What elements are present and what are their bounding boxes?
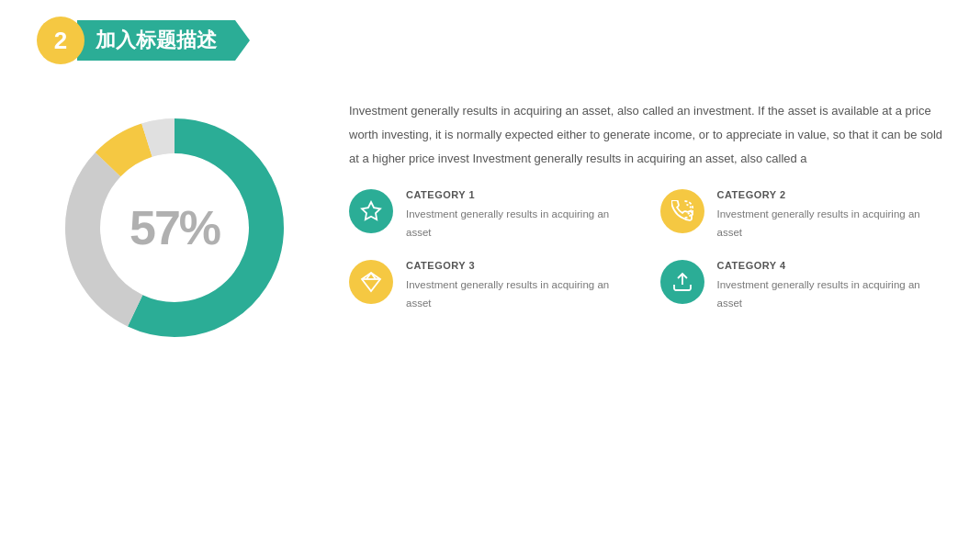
category-2-content: CATEGORY 2 Investment generally results …: [717, 189, 944, 242]
svg-marker-6: [362, 202, 380, 219]
category-item-4: CATEGORY 4 Investment generally results …: [660, 260, 944, 312]
diamond-icon: [360, 271, 382, 293]
category-3-title: CATEGORY 3: [406, 260, 633, 271]
category-3-icon: [349, 260, 393, 304]
category-1-desc: Investment generally results in acquirin…: [406, 206, 633, 242]
category-1-content: CATEGORY 1 Investment generally results …: [406, 189, 633, 242]
right-section: Investment generally results in acquirin…: [349, 90, 943, 312]
description-text: Investment generally results in acquirin…: [349, 90, 943, 171]
title-background: 加入标题描述: [77, 20, 250, 61]
title-arrow-container: 加入标题描述: [77, 20, 250, 61]
category-2-icon: [660, 189, 704, 233]
donut-center-label: 57%: [130, 200, 220, 255]
category-4-title: CATEGORY 4: [717, 260, 944, 271]
chart-section: 57%: [37, 90, 312, 347]
category-2-desc: Investment generally results in acquirin…: [717, 206, 944, 242]
page-title: 加入标题描述: [96, 27, 217, 54]
category-3-content: CATEGORY 3 Investment generally results …: [406, 260, 633, 312]
category-item-1: CATEGORY 1 Investment generally results …: [349, 189, 633, 242]
main-content: 57% Investment generally results in acqu…: [0, 81, 980, 365]
category-4-content: CATEGORY 4 Investment generally results …: [717, 260, 944, 312]
svg-marker-7: [362, 273, 380, 291]
categories-grid: CATEGORY 1 Investment generally results …: [349, 189, 943, 312]
category-1-title: CATEGORY 1: [406, 189, 633, 200]
category-item-3: CATEGORY 3 Investment generally results …: [349, 260, 633, 312]
category-4-desc: Investment generally results in acquirin…: [717, 276, 944, 312]
section-number: 2: [37, 17, 84, 64]
page-header: 2 加入标题描述: [0, 0, 980, 81]
category-1-icon: [349, 189, 393, 233]
phone-icon: [671, 200, 693, 222]
category-4-icon: [660, 260, 704, 304]
upload-icon: [671, 271, 693, 293]
donut-chart: 57%: [55, 108, 294, 347]
category-3-desc: Investment generally results in acquirin…: [406, 276, 633, 312]
category-2-title: CATEGORY 2: [717, 189, 944, 200]
star-icon: [360, 200, 382, 222]
category-item-2: CATEGORY 2 Investment generally results …: [660, 189, 944, 242]
percent-display: 57%: [130, 201, 220, 254]
